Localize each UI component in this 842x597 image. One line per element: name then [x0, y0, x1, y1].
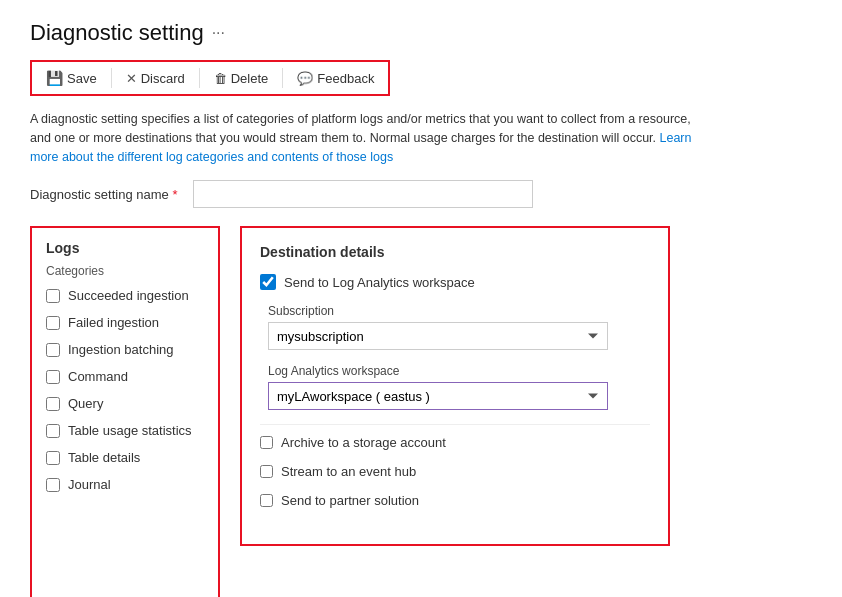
send-to-log-analytics-label: Send to Log Analytics workspace — [284, 275, 475, 290]
setting-name-input[interactable] — [193, 180, 533, 208]
log-checkbox-ingestion-batching[interactable] — [46, 343, 60, 357]
toolbar-divider-2 — [199, 68, 200, 88]
destination-title: Destination details — [260, 244, 650, 260]
subscription-select[interactable]: mysubscription — [268, 322, 608, 350]
archive-storage-label: Archive to a storage account — [281, 435, 446, 450]
subscription-field-group: Subscription mysubscription — [268, 304, 650, 350]
log-label-command: Command — [68, 369, 128, 384]
partner-solution-row[interactable]: Send to partner solution — [260, 493, 650, 508]
log-item-table-details[interactable]: Table details — [46, 450, 204, 465]
logs-title: Logs — [46, 240, 204, 256]
feedback-icon — [297, 71, 313, 86]
log-label-failed-ingestion: Failed ingestion — [68, 315, 159, 330]
log-checkbox-table-details[interactable] — [46, 451, 60, 465]
discard-icon — [126, 71, 137, 86]
save-label: Save — [67, 71, 97, 86]
delete-icon — [214, 71, 227, 86]
separator-1 — [260, 424, 650, 425]
log-item-query[interactable]: Query — [46, 396, 204, 411]
log-item-journal[interactable]: Journal — [46, 477, 204, 492]
discard-button[interactable]: Discard — [118, 67, 193, 90]
log-label-ingestion-batching: Ingestion batching — [68, 342, 174, 357]
workspace-label: Log Analytics workspace — [268, 364, 650, 378]
log-item-command[interactable]: Command — [46, 369, 204, 384]
stream-event-hub-checkbox[interactable] — [260, 465, 273, 478]
logs-categories-label: Categories — [46, 264, 204, 278]
workspace-select-wrapper[interactable]: myLAworkspace ( eastus ) — [268, 382, 608, 410]
log-label-table-usage-statistics: Table usage statistics — [68, 423, 192, 438]
ellipsis-menu-icon[interactable]: ··· — [212, 24, 225, 42]
log-checkbox-query[interactable] — [46, 397, 60, 411]
feedback-label: Feedback — [317, 71, 374, 86]
page-title: Diagnostic setting ··· — [30, 20, 812, 46]
log-label-query: Query — [68, 396, 103, 411]
log-checkbox-succeeded-ingestion[interactable] — [46, 289, 60, 303]
subscription-select-wrapper[interactable]: mysubscription — [268, 322, 608, 350]
setting-name-label: Diagnostic setting name * — [30, 187, 177, 202]
log-checkbox-command[interactable] — [46, 370, 60, 384]
delete-button[interactable]: Delete — [206, 67, 277, 90]
log-label-succeeded-ingestion: Succeeded ingestion — [68, 288, 189, 303]
send-to-log-analytics-checkbox[interactable] — [260, 274, 276, 290]
subscription-label: Subscription — [268, 304, 650, 318]
feedback-button[interactable]: Feedback — [289, 67, 382, 90]
logs-panel-border: Logs Categories Succeeded ingestion Fail… — [30, 226, 220, 597]
workspace-field-group: Log Analytics workspace myLAworkspace ( … — [268, 364, 650, 410]
main-content: Logs Categories Succeeded ingestion Fail… — [30, 226, 812, 597]
save-button[interactable]: Save — [38, 66, 105, 90]
stream-event-hub-row[interactable]: Stream to an event hub — [260, 464, 650, 479]
delete-label: Delete — [231, 71, 269, 86]
log-checkbox-journal[interactable] — [46, 478, 60, 492]
toolbar-divider-1 — [111, 68, 112, 88]
discard-label: Discard — [141, 71, 185, 86]
log-checkbox-table-usage-statistics[interactable] — [46, 424, 60, 438]
stream-event-hub-label: Stream to an event hub — [281, 464, 416, 479]
log-checkbox-failed-ingestion[interactable] — [46, 316, 60, 330]
log-item-succeeded-ingestion[interactable]: Succeeded ingestion — [46, 288, 204, 303]
logs-panel: Logs Categories Succeeded ingestion Fail… — [30, 226, 220, 597]
log-label-journal: Journal — [68, 477, 111, 492]
log-item-failed-ingestion[interactable]: Failed ingestion — [46, 315, 204, 330]
save-icon — [46, 70, 63, 86]
log-label-table-details: Table details — [68, 450, 140, 465]
log-item-ingestion-batching[interactable]: Ingestion batching — [46, 342, 204, 357]
required-marker: * — [172, 187, 177, 202]
archive-storage-row[interactable]: Archive to a storage account — [260, 435, 650, 450]
toolbar: Save Discard Delete Feedback — [30, 60, 390, 96]
workspace-select[interactable]: myLAworkspace ( eastus ) — [268, 382, 608, 410]
title-text: Diagnostic setting — [30, 20, 204, 46]
archive-storage-checkbox[interactable] — [260, 436, 273, 449]
destination-panel: Destination details Send to Log Analytic… — [240, 226, 670, 546]
send-to-log-analytics-row[interactable]: Send to Log Analytics workspace — [260, 274, 650, 290]
setting-name-row: Diagnostic setting name * — [30, 180, 812, 208]
toolbar-divider-3 — [282, 68, 283, 88]
log-item-table-usage-statistics[interactable]: Table usage statistics — [46, 423, 204, 438]
description-text: A diagnostic setting specifies a list of… — [30, 110, 710, 166]
partner-solution-label: Send to partner solution — [281, 493, 419, 508]
partner-solution-checkbox[interactable] — [260, 494, 273, 507]
